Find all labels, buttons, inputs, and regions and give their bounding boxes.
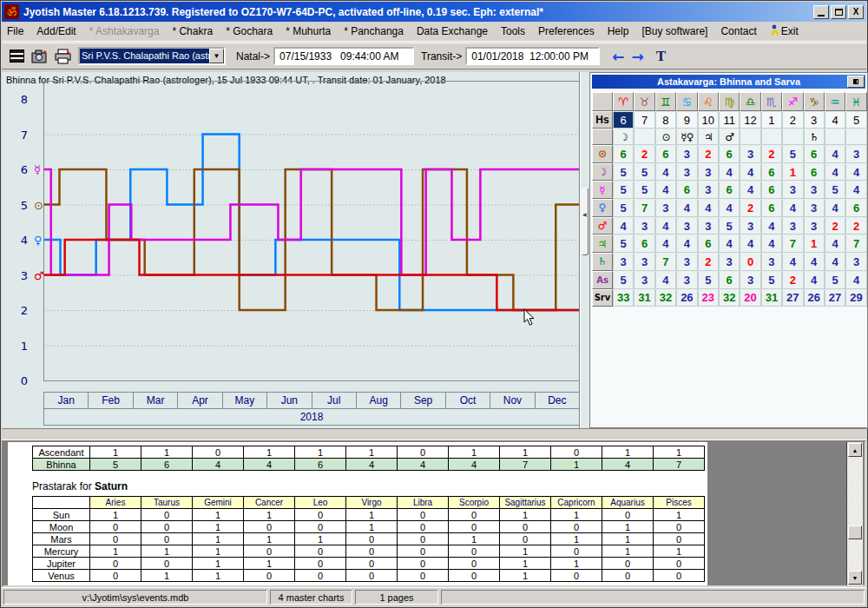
menu-item-exit[interactable]: Exit xyxy=(770,24,799,38)
value-cell: 0 xyxy=(244,545,295,558)
text-tool-button[interactable]: T xyxy=(656,48,666,65)
menu-item-dataexchange[interactable]: Data Exchange xyxy=(417,25,488,37)
value-cell: 0 xyxy=(602,558,654,570)
summary-row-ascendant: Ascendant110111011011 xyxy=(33,446,705,459)
col-header-aries: Aries xyxy=(90,497,141,509)
jupiter-value-8: 4 xyxy=(761,235,782,253)
sign-header-virgo[interactable]: ♍ xyxy=(719,92,740,111)
menu-item-addedit[interactable]: Add/Edit xyxy=(36,25,76,37)
house-cell-12[interactable]: 12 xyxy=(740,111,760,129)
moon-value-7: 4 xyxy=(740,163,760,182)
minimize-button[interactable] xyxy=(813,5,829,19)
venus-value-8: 6 xyxy=(761,199,782,217)
svg-text:8: 8 xyxy=(21,93,28,106)
planet-row-label-jupiter: ♃ xyxy=(592,235,613,253)
corner-cell xyxy=(592,92,613,111)
jupiter-value-2: 6 xyxy=(634,235,654,253)
value-cell: 4 xyxy=(244,459,295,471)
natal-datetime-input[interactable]: 07/15/1933 09:44:00 AM xyxy=(273,47,414,65)
house-cell-8[interactable]: 8 xyxy=(655,111,676,129)
combo-dropdown-button[interactable]: ▼ xyxy=(209,49,224,63)
house-cell-4[interactable]: 4 xyxy=(825,111,845,129)
row-label: Moon xyxy=(33,521,90,533)
menu-item-help[interactable]: Help xyxy=(608,25,629,37)
sign-header-aquarius[interactable]: ♒ xyxy=(825,92,845,111)
transit-next-button[interactable]: → xyxy=(632,48,644,65)
menu-item-tools[interactable]: Tools xyxy=(501,25,525,37)
sign-header-leo[interactable]: ♌ xyxy=(698,92,719,111)
sign-header-gemini[interactable]: ♊ xyxy=(655,92,676,111)
close-button[interactable]: X xyxy=(848,5,864,19)
menu-item-panchanga[interactable]: * Panchanga xyxy=(344,25,404,37)
scrollbar-thumb[interactable] xyxy=(582,188,589,255)
value-cell: 1 xyxy=(193,545,244,558)
collapse-arrow-icon[interactable]: ◀ xyxy=(582,211,587,217)
transit-datetime-input[interactable]: 01/01/2018 12:00:00 PM xyxy=(465,47,600,65)
col-header-virgo: Virgo xyxy=(346,497,398,509)
house-cell-1[interactable]: 1 xyxy=(761,111,782,129)
position-cell-6: ♂ xyxy=(719,129,740,145)
pin-button[interactable] xyxy=(847,76,865,88)
maximize-button[interactable] xyxy=(831,5,846,19)
chart-list-button[interactable] xyxy=(6,46,27,67)
sarva-value-7: 20 xyxy=(740,289,760,307)
saturn-value-2: 3 xyxy=(634,253,654,271)
menu-item-muhurta[interactable]: * Muhurta xyxy=(286,25,331,37)
house-cell-5[interactable]: 5 xyxy=(845,111,866,129)
svg-text:3: 3 xyxy=(21,269,28,282)
chart-vertical-scrollbar[interactable]: ◀ xyxy=(580,72,589,428)
mars-value-12: 2 xyxy=(845,217,866,235)
menu-item-preferences[interactable]: Preferences xyxy=(538,25,595,37)
transit-prev-button[interactable]: ← xyxy=(612,48,624,65)
planet-row-label-venus: ♀ xyxy=(592,199,613,217)
value-cell: 0 xyxy=(500,533,551,545)
sign-header-taurus[interactable]: ♉ xyxy=(634,92,654,111)
print-button[interactable]: * xyxy=(53,46,74,67)
sarva-value-8: 31 xyxy=(761,289,782,307)
scroll-up-button[interactable]: ▲ xyxy=(848,443,862,457)
house-cell-6[interactable]: 6 xyxy=(613,111,634,129)
house-cell-10[interactable]: 10 xyxy=(698,111,719,129)
sign-header-libra[interactable]: ♎ xyxy=(740,92,760,111)
house-cell-2[interactable]: 2 xyxy=(782,111,803,129)
svg-text:7: 7 xyxy=(21,129,28,142)
house-cell-3[interactable]: 3 xyxy=(804,111,825,129)
moon-value-9: 1 xyxy=(782,163,803,182)
moon-value-12: 4 xyxy=(845,163,866,182)
planet-row-label-mars: ♂ xyxy=(592,217,613,235)
mars-value-5: 3 xyxy=(698,217,719,235)
toolbar: * * Sri P.V.S. Chalapathi Rao (astrologe… xyxy=(2,43,866,69)
sign-header-aries[interactable]: ♈ xyxy=(613,92,634,111)
house-cell-11[interactable]: 11 xyxy=(719,111,740,129)
house-cell-7[interactable]: 7 xyxy=(634,111,654,129)
menu-item-contact[interactable]: Contact xyxy=(720,25,756,37)
value-cell: 0 xyxy=(398,558,449,570)
menu-item-file[interactable]: File xyxy=(7,25,23,37)
report-scrollbar-thumb[interactable] xyxy=(848,525,862,539)
value-cell: 1 xyxy=(449,446,500,459)
sign-header-cancer[interactable]: ♋ xyxy=(676,92,697,111)
camera-button[interactable]: * xyxy=(30,46,50,67)
scroll-down-button[interactable]: ▼ xyxy=(848,571,862,585)
position-cell-8 xyxy=(761,129,782,145)
menu-item-ashtakavarga[interactable]: * Ashtakavarga xyxy=(89,25,160,37)
month-axis: JanFebMarAprMayJunJulAugSepOctNovDec xyxy=(43,392,580,409)
horizontal-splitter[interactable] xyxy=(2,428,866,440)
sign-header-sagittarius[interactable]: ♐ xyxy=(782,92,803,111)
menu-item-gochara[interactable]: * Gochara xyxy=(226,25,273,37)
sarva-value-10: 26 xyxy=(804,289,825,307)
saturn-value-11: 4 xyxy=(825,253,845,271)
person-select[interactable]: Sri P.V.S. Chalapathi Rao (astrologer) ▼ xyxy=(78,47,226,65)
menu-item-buysoftware[interactable]: [Buy software] xyxy=(641,25,707,37)
menu-item-chakra[interactable]: * Chakra xyxy=(172,25,213,37)
value-cell: 0 xyxy=(654,558,705,570)
house-cell-9[interactable]: 9 xyxy=(676,111,697,129)
mars-value-11: 2 xyxy=(825,217,845,235)
mars-value-8: 4 xyxy=(761,217,782,235)
maximize-icon xyxy=(835,9,843,16)
sign-header-capricorn[interactable]: ♑ xyxy=(804,92,825,111)
sign-header-scorpio[interactable]: ♏ xyxy=(761,92,782,111)
sign-header-pisces[interactable]: ♓ xyxy=(845,92,866,111)
report-scrollbar[interactable]: ▲ ▼ xyxy=(846,442,863,585)
status-file-path: v:\Jyotim\sys\events.mdb xyxy=(3,590,267,605)
